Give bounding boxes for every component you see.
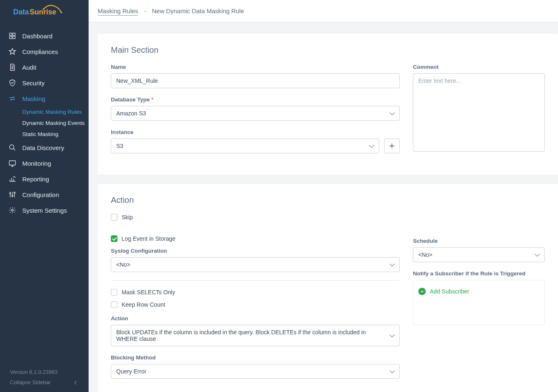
instance-select[interactable]: S3 [111, 138, 379, 153]
checkbox-icon [111, 214, 117, 221]
svg-point-11 [9, 193, 11, 194]
sidebar-item-dashboard[interactable]: Dashboard [0, 28, 89, 44]
checkbox-checked-icon [111, 235, 117, 242]
sidebar-subitems-masking: Dynamic Masking Rules Dynamic Masking Ev… [0, 106, 89, 140]
dashboard-icon [8, 32, 16, 40]
breadcrumb: Masking Rules - New Dynamic Data Masking… [98, 7, 244, 14]
syslog-label: Syslog Configuration [111, 248, 400, 254]
svg-rect-10 [9, 161, 16, 165]
monitor-icon [8, 159, 16, 167]
sidebar-item-label: Security [22, 80, 45, 87]
sidebar-item-monitoring[interactable]: Monitoring [0, 155, 89, 171]
content: Main Section Name Database Type * Amazon… [89, 22, 558, 392]
svg-marker-8 [9, 49, 16, 54]
checkbox-label: Skip [122, 214, 133, 221]
swap-icon [8, 94, 16, 103]
star-icon [8, 47, 16, 56]
sidebar-footer: Version 6.1.0.23983 Collapse Sidebar [0, 364, 89, 392]
search-icon [8, 143, 16, 152]
svg-text:Sunrise: Sunrise [30, 8, 56, 16]
svg-text:Data: Data [13, 8, 29, 16]
plus-circle-icon: + [418, 288, 426, 295]
comment-textarea[interactable] [413, 73, 545, 152]
sidebar-subitem-dynamic-events[interactable]: Dynamic Masking Events [22, 117, 89, 129]
sidebar-item-label: Reporting [22, 176, 49, 183]
svg-point-12 [12, 195, 13, 197]
checkbox-label: Mask SELECTs Only [122, 289, 175, 296]
sidebar-item-data-discovery[interactable]: Data Discovery [0, 140, 89, 155]
chart-icon [8, 175, 16, 183]
breadcrumb-current: New Dynamic Data Masking Rule [152, 7, 244, 14]
checkbox-label: Keep Row Count [122, 301, 165, 308]
sidebar-item-label: Data Discovery [22, 144, 64, 151]
shield-icon [8, 79, 16, 87]
comment-label: Comment [413, 64, 545, 70]
sliders-icon [8, 190, 16, 199]
dbtype-select[interactable]: Amazon S3 [111, 106, 400, 121]
name-label: Name [111, 64, 400, 70]
checkbox-label: Log Event in Storage [122, 235, 176, 242]
chevron-left-icon [73, 380, 79, 385]
sidebar-item-audit[interactable]: Audit [0, 59, 89, 75]
keep-row-count-checkbox[interactable]: Keep Row Count [111, 301, 400, 308]
checkbox-icon [111, 289, 117, 296]
checkbox-icon [111, 301, 117, 308]
blocking-select[interactable]: Query Error [111, 364, 400, 379]
sidebar-item-security[interactable]: Security [0, 75, 89, 91]
action-select[interactable]: Block UPDATEs if the column is included … [111, 325, 400, 346]
schedule-select[interactable]: <No> [413, 247, 545, 262]
add-instance-button[interactable] [384, 138, 400, 153]
sidebar-item-configuration[interactable]: Configuration [0, 187, 89, 202]
sidebar-item-label: Audit [22, 64, 36, 71]
svg-rect-4 [9, 33, 12, 35]
main: Masking Rules - New Dynamic Data Masking… [89, 0, 558, 392]
section-title: Main Section [111, 45, 545, 55]
breadcrumb-link[interactable]: Masking Rules [98, 7, 138, 16]
sidebar-item-compliances[interactable]: Compliances [0, 44, 89, 59]
sidebar-item-label: Dashboard [22, 33, 52, 40]
plus-icon [389, 143, 395, 149]
section-title: Action [111, 195, 545, 205]
sidebar-subitem-static-masking[interactable]: Static Masking [22, 129, 89, 140]
skip-checkbox[interactable]: Skip [111, 214, 400, 221]
sidebar-item-label: Compliances [22, 48, 58, 55]
sidebar-subitem-dynamic-rules[interactable]: Dynamic Masking Rules [22, 106, 89, 117]
sidebar: Data Sunrise Dashboard Compliances Audit… [0, 0, 89, 392]
svg-point-13 [14, 192, 15, 193]
add-subscriber-label: Add Subscriber [430, 288, 469, 295]
log-event-checkbox[interactable]: Log Event in Storage [111, 235, 400, 242]
breadcrumb-sep: - [144, 7, 146, 14]
sidebar-item-masking[interactable]: Masking [0, 91, 89, 106]
sidebar-item-label: Configuration [22, 191, 59, 198]
name-input[interactable] [111, 73, 400, 88]
mask-selects-checkbox[interactable]: Mask SELECTs Only [111, 289, 400, 296]
syslog-select[interactable]: <No> [111, 257, 400, 272]
schedule-label: Schedule [413, 238, 545, 244]
blocking-label: Blocking Method [111, 354, 400, 361]
svg-point-14 [12, 209, 14, 211]
collapse-sidebar-button[interactable]: Collapse Sidebar [10, 379, 79, 385]
sidebar-item-label: Masking [22, 95, 45, 102]
logo: Data Sunrise [0, 0, 89, 22]
sidebar-item-reporting[interactable]: Reporting [0, 171, 89, 187]
subscriber-box: + Add Subscriber [413, 280, 545, 325]
svg-rect-7 [13, 36, 15, 39]
svg-point-9 [9, 145, 14, 149]
collapse-label: Collapse Sidebar [10, 379, 51, 385]
svg-rect-5 [13, 33, 15, 35]
nav: Dashboard Compliances Audit Security Mas… [0, 22, 89, 364]
sidebar-item-label: Monitoring [22, 160, 51, 167]
gear-icon [8, 206, 16, 214]
topbar: Masking Rules - New Dynamic Data Masking… [89, 0, 558, 22]
document-icon [8, 63, 16, 71]
action-label: Action [111, 315, 400, 322]
card-main-section: Main Section Name Database Type * Amazon… [98, 34, 558, 175]
card-action: Action Skip Log Event in Storage [98, 184, 558, 392]
svg-point-1 [61, 12, 62, 13]
add-subscriber-button[interactable]: + Add Subscriber [418, 285, 539, 298]
sidebar-item-label: System Settings [22, 207, 67, 214]
divider [111, 280, 400, 281]
version-text: Version 6.1.0.23983 [10, 369, 79, 375]
sidebar-item-system-settings[interactable]: System Settings [0, 202, 89, 218]
notify-label: Notify a Subscriber if the Rule is Trigg… [413, 270, 545, 277]
